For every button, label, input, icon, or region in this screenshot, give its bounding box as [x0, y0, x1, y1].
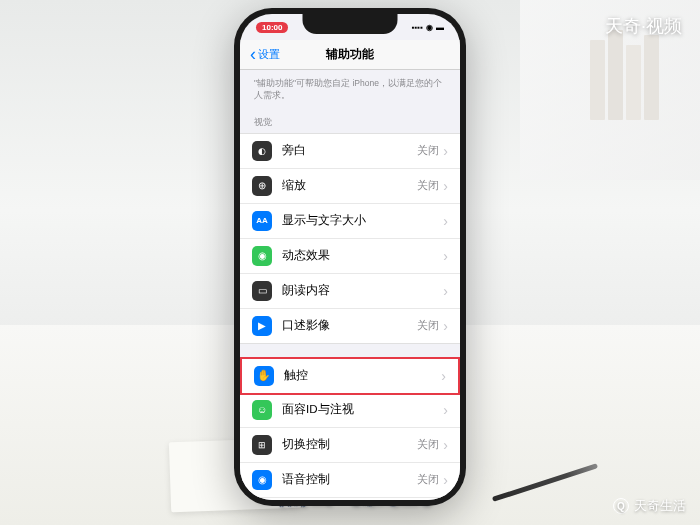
row-label: 切换控制: [282, 437, 417, 452]
row-label: 口述影像: [282, 318, 417, 333]
row-label: 朗读内容: [282, 283, 443, 298]
nav-bar: 设置 辅助功能: [240, 40, 460, 70]
row-label: 缩放: [282, 178, 417, 193]
zoom-icon: ⊕: [252, 176, 272, 196]
row-label: 语音控制: [282, 472, 417, 487]
chevron-right-icon: ›: [441, 368, 446, 384]
chevron-right-icon: ›: [443, 178, 448, 194]
chevron-right-icon: ›: [443, 143, 448, 159]
row-touch[interactable]: ✋ 触控 ›: [240, 357, 460, 395]
row-spoken-content[interactable]: ▭ 朗读内容 ›: [240, 274, 460, 309]
row-label: 动态效果: [282, 248, 443, 263]
touch-icon: ✋: [254, 366, 274, 386]
spoken-content-icon: ▭: [252, 281, 272, 301]
watermark-text: 天奇生活: [634, 497, 686, 515]
row-value: 关闭: [417, 437, 439, 452]
motion-icon: ◉: [252, 246, 272, 266]
row-display-text-size[interactable]: AA 显示与文字大小 ›: [240, 204, 460, 239]
signal-icon: ▪▪▪▪: [412, 23, 423, 32]
voiceover-icon: ◐: [252, 141, 272, 161]
switch-control-icon: ⊞: [252, 435, 272, 455]
back-button[interactable]: 设置: [250, 47, 280, 62]
chevron-right-icon: ›: [443, 213, 448, 229]
chevron-right-icon: ›: [443, 402, 448, 418]
chevron-right-icon: ›: [443, 248, 448, 264]
row-value: 关闭: [417, 178, 439, 193]
status-indicators: ▪▪▪▪ ◉ ▬: [412, 23, 444, 32]
watermark-logo-icon: Q: [613, 498, 629, 514]
row-motion[interactable]: ◉ 动态效果 ›: [240, 239, 460, 274]
chevron-right-icon: ›: [443, 318, 448, 334]
phone-frame: 10:00 ▪▪▪▪ ◉ ▬ 设置 辅助功能 "辅助功能"可帮助您自定 iPho…: [234, 8, 466, 506]
row-value: 关闭: [417, 318, 439, 333]
tutorial-scene: 天奇·视频 Q 天奇生活 3.点击【触控】 10:00 ▪▪▪▪ ◉ ▬ 设置 …: [0, 0, 700, 525]
settings-content[interactable]: "辅助功能"可帮助您自定 iPhone，以满足您的个人需求。 视觉 ◐ 旁白 关…: [240, 70, 460, 500]
vision-group: ◐ 旁白 关闭 › ⊕ 缩放 关闭 › AA 显示与文字大小 ›: [240, 133, 460, 344]
battery-icon: ▬: [436, 23, 444, 32]
motor-group: ✋ 触控 › ☺ 面容ID与注视 › ⊞ 切换控制 关闭 ›: [240, 358, 460, 500]
watermark-bottom-right: Q 天奇生活: [613, 497, 686, 515]
row-switch-control[interactable]: ⊞ 切换控制 关闭 ›: [240, 428, 460, 463]
watermark-top-right: 天奇·视频: [605, 14, 682, 38]
phone-screen: 10:00 ▪▪▪▪ ◉ ▬ 设置 辅助功能 "辅助功能"可帮助您自定 iPho…: [240, 14, 460, 500]
row-label: 面容ID与注视: [282, 402, 443, 417]
row-faceid-attention[interactable]: ☺ 面容ID与注视 ›: [240, 393, 460, 428]
row-label: 旁白: [282, 143, 417, 158]
wifi-icon: ◉: [426, 23, 433, 32]
audio-desc-icon: ▶: [252, 316, 272, 336]
description-text: "辅助功能"可帮助您自定 iPhone，以满足您的个人需求。: [240, 70, 460, 106]
section-header-vision: 视觉: [240, 106, 460, 133]
voice-control-icon: ◉: [252, 470, 272, 490]
display-text-icon: AA: [252, 211, 272, 231]
nav-title: 辅助功能: [326, 46, 374, 63]
chevron-right-icon: ›: [443, 437, 448, 453]
faceid-icon: ☺: [252, 400, 272, 420]
row-label: 显示与文字大小: [282, 213, 443, 228]
status-time-pill: 10:00: [256, 22, 288, 33]
row-audio-descriptions[interactable]: ▶ 口述影像 关闭 ›: [240, 309, 460, 343]
row-voiceover[interactable]: ◐ 旁白 关闭 ›: [240, 134, 460, 169]
phone-notch: [303, 14, 398, 34]
row-voice-control[interactable]: ◉ 语音控制 关闭 ›: [240, 463, 460, 498]
row-side-button[interactable]: ▯ 侧边按钮 ›: [240, 498, 460, 500]
chevron-right-icon: ›: [443, 283, 448, 299]
chevron-right-icon: ›: [443, 472, 448, 488]
row-zoom[interactable]: ⊕ 缩放 关闭 ›: [240, 169, 460, 204]
row-label: 触控: [284, 368, 441, 383]
row-value: 关闭: [417, 472, 439, 487]
row-value: 关闭: [417, 143, 439, 158]
